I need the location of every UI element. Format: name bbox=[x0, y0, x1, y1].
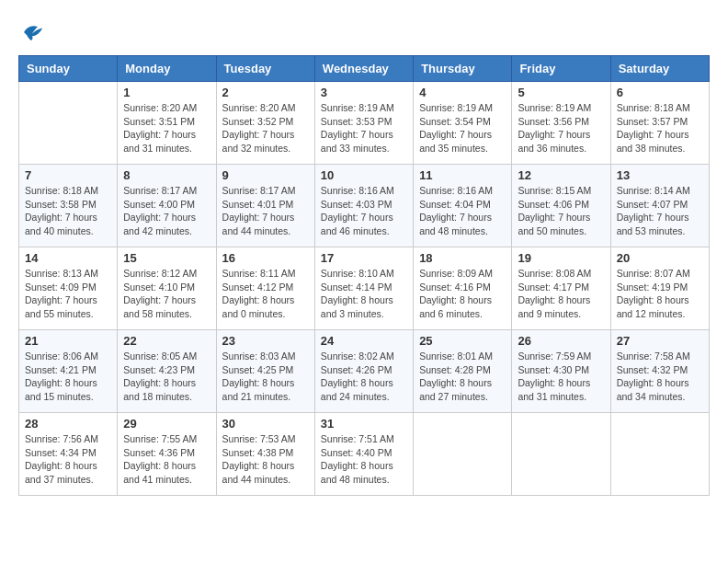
calendar-day-18: 18Sunrise: 8:09 AM Sunset: 4:16 PM Dayli… bbox=[414, 247, 512, 330]
day-info: Sunrise: 8:19 AM Sunset: 3:56 PM Dayligh… bbox=[518, 101, 604, 155]
day-number: 25 bbox=[419, 334, 506, 348]
calendar-week-row: 21Sunrise: 8:06 AM Sunset: 4:21 PM Dayli… bbox=[19, 330, 710, 413]
calendar-day-9: 9Sunrise: 8:17 AM Sunset: 4:01 PM Daylig… bbox=[216, 165, 314, 247]
day-number: 21 bbox=[25, 334, 111, 348]
calendar-day-8: 8Sunrise: 8:17 AM Sunset: 4:00 PM Daylig… bbox=[118, 165, 216, 247]
calendar-day-23: 23Sunrise: 8:03 AM Sunset: 4:25 PM Dayli… bbox=[216, 330, 314, 413]
calendar-day-15: 15Sunrise: 8:12 AM Sunset: 4:10 PM Dayli… bbox=[118, 247, 216, 330]
day-number: 30 bbox=[222, 417, 309, 431]
calendar-day-3: 3Sunrise: 8:19 AM Sunset: 3:53 PM Daylig… bbox=[314, 82, 413, 165]
logo-bird-icon bbox=[18, 18, 46, 46]
calendar-day-6: 6Sunrise: 8:18 AM Sunset: 3:57 PM Daylig… bbox=[610, 82, 709, 165]
day-info: Sunrise: 8:18 AM Sunset: 3:57 PM Dayligh… bbox=[617, 101, 703, 155]
day-info: Sunrise: 7:55 AM Sunset: 4:36 PM Dayligh… bbox=[123, 432, 210, 487]
weekday-header-monday: Monday bbox=[118, 56, 216, 82]
calendar-day-25: 25Sunrise: 8:01 AM Sunset: 4:28 PM Dayli… bbox=[414, 330, 512, 413]
day-number: 10 bbox=[321, 168, 407, 182]
day-info: Sunrise: 8:19 AM Sunset: 3:53 PM Dayligh… bbox=[321, 101, 407, 155]
calendar-day-24: 24Sunrise: 8:02 AM Sunset: 4:26 PM Dayli… bbox=[314, 330, 413, 413]
calendar-week-row: 1Sunrise: 8:20 AM Sunset: 3:51 PM Daylig… bbox=[19, 82, 710, 165]
calendar-day-1: 1Sunrise: 8:20 AM Sunset: 3:51 PM Daylig… bbox=[118, 82, 216, 165]
calendar-day-7: 7Sunrise: 8:18 AM Sunset: 3:58 PM Daylig… bbox=[19, 165, 118, 247]
day-info: Sunrise: 8:15 AM Sunset: 4:06 PM Dayligh… bbox=[518, 184, 604, 238]
calendar-day-12: 12Sunrise: 8:15 AM Sunset: 4:06 PM Dayli… bbox=[512, 165, 610, 247]
day-info: Sunrise: 8:19 AM Sunset: 3:54 PM Dayligh… bbox=[419, 101, 506, 155]
day-info: Sunrise: 8:17 AM Sunset: 4:01 PM Dayligh… bbox=[222, 184, 309, 238]
day-info: Sunrise: 8:07 AM Sunset: 4:19 PM Dayligh… bbox=[617, 267, 703, 321]
logo bbox=[18, 18, 50, 46]
day-number: 6 bbox=[617, 86, 703, 99]
calendar-empty-cell bbox=[512, 413, 610, 496]
calendar-empty-cell bbox=[19, 82, 118, 165]
calendar-day-14: 14Sunrise: 8:13 AM Sunset: 4:09 PM Dayli… bbox=[19, 247, 118, 330]
calendar-day-30: 30Sunrise: 7:53 AM Sunset: 4:38 PM Dayli… bbox=[216, 413, 314, 496]
weekday-header-saturday: Saturday bbox=[610, 56, 709, 82]
day-info: Sunrise: 8:13 AM Sunset: 4:09 PM Dayligh… bbox=[25, 267, 111, 321]
day-number: 7 bbox=[25, 168, 111, 182]
calendar-week-row: 14Sunrise: 8:13 AM Sunset: 4:09 PM Dayli… bbox=[19, 247, 710, 330]
day-number: 26 bbox=[518, 334, 604, 348]
calendar-day-22: 22Sunrise: 8:05 AM Sunset: 4:23 PM Dayli… bbox=[118, 330, 216, 413]
day-info: Sunrise: 8:16 AM Sunset: 4:03 PM Dayligh… bbox=[321, 184, 407, 238]
calendar-day-11: 11Sunrise: 8:16 AM Sunset: 4:04 PM Dayli… bbox=[414, 165, 512, 247]
day-info: Sunrise: 8:06 AM Sunset: 4:21 PM Dayligh… bbox=[25, 350, 111, 404]
calendar-day-27: 27Sunrise: 7:58 AM Sunset: 4:32 PM Dayli… bbox=[610, 330, 709, 413]
day-info: Sunrise: 8:12 AM Sunset: 4:10 PM Dayligh… bbox=[123, 267, 210, 321]
day-info: Sunrise: 8:08 AM Sunset: 4:17 PM Dayligh… bbox=[518, 267, 604, 321]
day-info: Sunrise: 7:56 AM Sunset: 4:34 PM Dayligh… bbox=[25, 432, 111, 487]
day-info: Sunrise: 8:02 AM Sunset: 4:26 PM Dayligh… bbox=[321, 350, 407, 404]
day-info: Sunrise: 7:51 AM Sunset: 4:40 PM Dayligh… bbox=[321, 432, 407, 487]
day-info: Sunrise: 8:16 AM Sunset: 4:04 PM Dayligh… bbox=[419, 184, 506, 238]
day-number: 15 bbox=[123, 251, 210, 265]
weekday-header-wednesday: Wednesday bbox=[314, 56, 413, 82]
calendar-day-10: 10Sunrise: 8:16 AM Sunset: 4:03 PM Dayli… bbox=[314, 165, 413, 247]
calendar-day-5: 5Sunrise: 8:19 AM Sunset: 3:56 PM Daylig… bbox=[512, 82, 610, 165]
day-info: Sunrise: 8:11 AM Sunset: 4:12 PM Dayligh… bbox=[222, 267, 309, 321]
calendar-empty-cell bbox=[610, 413, 709, 496]
day-number: 2 bbox=[222, 86, 309, 99]
day-info: Sunrise: 8:17 AM Sunset: 4:00 PM Dayligh… bbox=[123, 184, 210, 238]
day-number: 22 bbox=[123, 334, 210, 348]
weekday-header-thursday: Thursday bbox=[414, 56, 512, 82]
calendar-week-row: 28Sunrise: 7:56 AM Sunset: 4:34 PM Dayli… bbox=[19, 413, 710, 496]
calendar-day-29: 29Sunrise: 7:55 AM Sunset: 4:36 PM Dayli… bbox=[118, 413, 216, 496]
calendar-day-17: 17Sunrise: 8:10 AM Sunset: 4:14 PM Dayli… bbox=[314, 247, 413, 330]
calendar-day-26: 26Sunrise: 7:59 AM Sunset: 4:30 PM Dayli… bbox=[512, 330, 610, 413]
weekday-header-row: SundayMondayTuesdayWednesdayThursdayFrid… bbox=[19, 56, 710, 82]
calendar-day-31: 31Sunrise: 7:51 AM Sunset: 4:40 PM Dayli… bbox=[314, 413, 413, 496]
day-number: 31 bbox=[321, 417, 407, 431]
weekday-header-sunday: Sunday bbox=[19, 56, 118, 82]
day-number: 24 bbox=[321, 334, 407, 348]
day-number: 13 bbox=[617, 168, 703, 182]
weekday-header-tuesday: Tuesday bbox=[216, 56, 314, 82]
day-info: Sunrise: 8:01 AM Sunset: 4:28 PM Dayligh… bbox=[419, 350, 506, 404]
day-info: Sunrise: 8:14 AM Sunset: 4:07 PM Dayligh… bbox=[617, 184, 703, 238]
day-number: 5 bbox=[518, 86, 604, 99]
day-number: 12 bbox=[518, 168, 604, 182]
calendar-day-21: 21Sunrise: 8:06 AM Sunset: 4:21 PM Dayli… bbox=[19, 330, 118, 413]
day-info: Sunrise: 7:53 AM Sunset: 4:38 PM Dayligh… bbox=[222, 432, 309, 487]
day-number: 4 bbox=[419, 86, 506, 99]
day-number: 18 bbox=[419, 251, 506, 265]
calendar-day-13: 13Sunrise: 8:14 AM Sunset: 4:07 PM Dayli… bbox=[610, 165, 709, 247]
day-number: 23 bbox=[222, 334, 309, 348]
day-number: 3 bbox=[321, 86, 407, 99]
calendar-day-4: 4Sunrise: 8:19 AM Sunset: 3:54 PM Daylig… bbox=[414, 82, 512, 165]
calendar-day-20: 20Sunrise: 8:07 AM Sunset: 4:19 PM Dayli… bbox=[610, 247, 709, 330]
day-number: 27 bbox=[617, 334, 703, 348]
day-info: Sunrise: 7:58 AM Sunset: 4:32 PM Dayligh… bbox=[617, 350, 703, 404]
header bbox=[18, 18, 710, 46]
day-number: 1 bbox=[123, 86, 210, 99]
weekday-header-friday: Friday bbox=[512, 56, 610, 82]
day-number: 11 bbox=[419, 168, 506, 182]
calendar-day-19: 19Sunrise: 8:08 AM Sunset: 4:17 PM Dayli… bbox=[512, 247, 610, 330]
day-info: Sunrise: 8:09 AM Sunset: 4:16 PM Dayligh… bbox=[419, 267, 506, 321]
day-info: Sunrise: 8:05 AM Sunset: 4:23 PM Dayligh… bbox=[123, 350, 210, 404]
day-info: Sunrise: 7:59 AM Sunset: 4:30 PM Dayligh… bbox=[518, 350, 604, 404]
day-number: 19 bbox=[518, 251, 604, 265]
calendar-day-16: 16Sunrise: 8:11 AM Sunset: 4:12 PM Dayli… bbox=[216, 247, 314, 330]
calendar-day-28: 28Sunrise: 7:56 AM Sunset: 4:34 PM Dayli… bbox=[19, 413, 118, 496]
day-number: 17 bbox=[321, 251, 407, 265]
day-number: 8 bbox=[123, 168, 210, 182]
calendar-day-2: 2Sunrise: 8:20 AM Sunset: 3:52 PM Daylig… bbox=[216, 82, 314, 165]
